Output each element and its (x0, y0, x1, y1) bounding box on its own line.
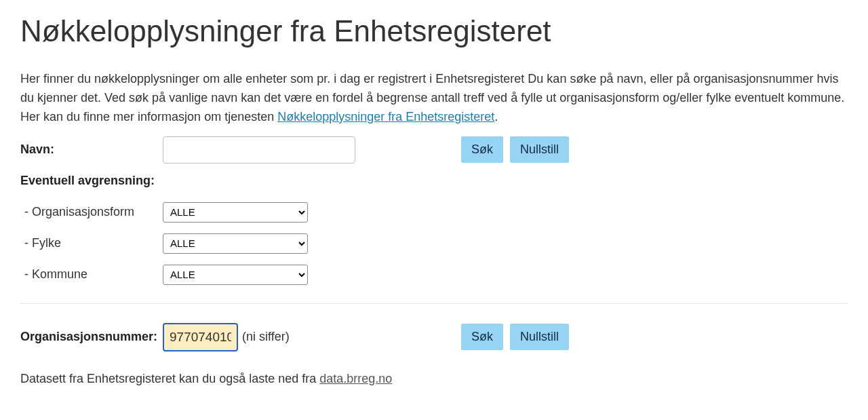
intro-paragraph: Her finner du nøkkelopplysninger om alle… (20, 70, 848, 127)
kommune-input-col: ALLE (163, 265, 461, 285)
sok-orgnr-button[interactable]: Søk (461, 324, 503, 351)
fylke-label: - Fylke (20, 236, 163, 250)
navn-label: Navn: (20, 142, 163, 157)
fylke-input-col: ALLE (163, 233, 461, 254)
row-orgnr: Organisasjonsnummer: (ni siffer) Søk Nul… (20, 323, 848, 351)
nullstill-orgnr-button[interactable]: Nullstill (510, 324, 569, 351)
page-heading: Nøkkelopplysninger fra Enhetsregisteret (20, 12, 848, 50)
orgnr-label: Organisasjonsnummer: (20, 330, 163, 344)
page-root: Nøkkelopplysninger fra Enhetsregisteret … (0, 0, 868, 420)
row-avgrensning-header: Eventuell avgrensning: (20, 168, 848, 195)
footer-line: Datasett fra Enhetsregisteret kan du ogs… (20, 372, 848, 386)
row-kommune: - Kommune ALLE (20, 261, 848, 288)
fylke-select[interactable]: ALLE (163, 233, 308, 254)
orgnr-input[interactable] (163, 323, 238, 351)
section-divider (20, 303, 848, 304)
intro-link[interactable]: Nøkkelopplysninger fra Enhetsregisteret (277, 110, 494, 123)
intro-text-after: . (494, 110, 498, 123)
footer-link[interactable]: data.brreg.no (319, 372, 392, 385)
navn-buttons: Søk Nullstill (461, 136, 569, 164)
row-navn: Navn: Søk Nullstill (20, 136, 848, 164)
navn-input[interactable] (163, 136, 355, 164)
nullstill-navn-button[interactable]: Nullstill (510, 136, 569, 164)
navn-input-col (163, 136, 461, 164)
orgnr-suffix: (ni siffer) (242, 330, 290, 344)
kommune-label: - Kommune (20, 267, 163, 282)
row-orgform: - Organisasjonsform ALLE (20, 199, 848, 226)
orgnr-input-col: (ni siffer) (163, 323, 461, 351)
sok-navn-button[interactable]: Søk (461, 136, 503, 164)
row-fylke: - Fylke ALLE (20, 230, 848, 257)
orgform-input-col: ALLE (163, 202, 461, 223)
orgform-select[interactable]: ALLE (163, 202, 308, 223)
avgrensning-label: Eventuell avgrensning: (20, 174, 155, 188)
footer-text-before: Datasett fra Enhetsregisteret kan du ogs… (20, 372, 319, 385)
orgnr-buttons: Søk Nullstill (461, 324, 569, 351)
kommune-select[interactable]: ALLE (163, 265, 308, 285)
orgform-label: - Organisasjonsform (20, 205, 163, 219)
